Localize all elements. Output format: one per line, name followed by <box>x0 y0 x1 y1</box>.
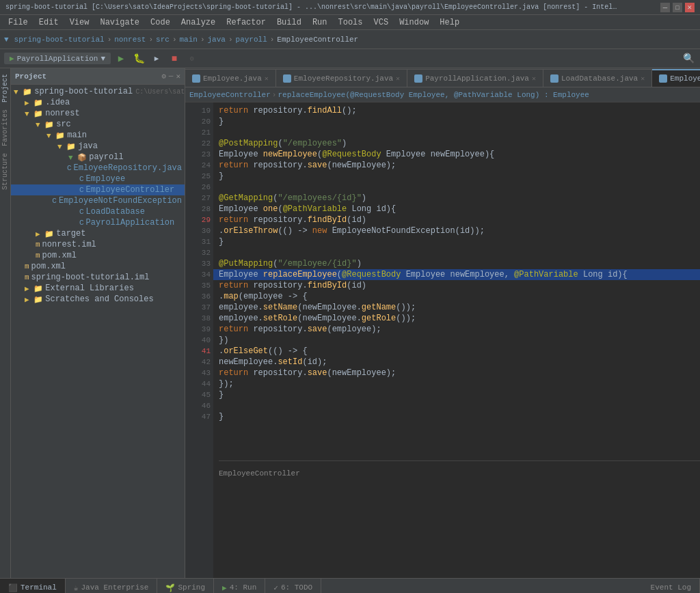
build-button[interactable]: ⚙ <box>185 51 200 66</box>
tree-idea[interactable]: ▶ 📁 .idea <box>11 97 185 108</box>
tree-emloyee-repo[interactable]: C EmloyeeRepository.java <box>11 163 185 174</box>
code-line-36: .map(employee -> { <box>219 291 700 302</box>
tab-employee-ctrl-label: EmployeeController.java <box>670 74 700 83</box>
bc-nonrest[interactable]: nonrest <box>114 36 146 44</box>
tab-close-load-db[interactable]: ✕ <box>641 74 645 83</box>
project-tree: ▼ 📁 spring-boot-tutorial C:\Users\sato\I… <box>11 85 185 578</box>
terminal-tab-label: Terminal <box>21 583 57 592</box>
expand-icon[interactable]: — <box>169 72 174 81</box>
bc-src[interactable]: src <box>156 36 170 44</box>
tab-load-db[interactable]: LoadDatabase.java ✕ <box>543 69 652 87</box>
class-icon: C <box>79 175 84 183</box>
tree-employee[interactable]: C Employee <box>11 174 185 184</box>
menu-item-help[interactable]: Help <box>434 16 465 29</box>
run-tab[interactable]: ▶ 4: Run <box>214 579 265 593</box>
menu-item-code[interactable]: Code <box>145 16 176 29</box>
menu-item-view[interactable]: View <box>64 16 95 29</box>
bc-employee-controller[interactable]: EmployeeController <box>277 36 358 44</box>
project-panel-icons: ⚙ — ✕ <box>161 72 180 81</box>
code-content[interactable]: return repository.findAll(); } @PostMapp… <box>213 102 700 578</box>
project-tab[interactable]: Project <box>0 71 10 105</box>
tab-payroll-app[interactable]: PayrollApplication.java ✕ <box>407 69 543 87</box>
ed-bc-method[interactable]: replaceEmployee(@RequestBody Employee, @… <box>278 91 589 99</box>
tree-spring-boot-iml[interactable]: m spring-boot-tutorial.iml <box>11 272 185 283</box>
run-config-icon: ▶ <box>10 54 14 63</box>
menu-item-build[interactable]: Build <box>271 16 307 29</box>
tree-pom-xml-sub[interactable]: m pom.xml <box>11 250 185 261</box>
stop-button[interactable]: ■ <box>167 51 182 66</box>
event-log-label: Event Log <box>651 583 691 592</box>
tree-external-libs[interactable]: ▶ 📁 External Libraries <box>11 283 185 294</box>
tree-employee-controller[interactable]: C EmployeeController <box>11 184 185 195</box>
xml-icon: m <box>25 262 29 271</box>
tab-employee-java[interactable]: Employee.java ✕ <box>185 69 276 87</box>
folder-icon: ▶ 📁 <box>36 230 54 238</box>
coverage-button[interactable]: ▶ <box>149 51 164 66</box>
run-button[interactable]: ▶ <box>113 51 129 66</box>
menu-bar: FileEditViewNavigateCodeAnalyzeRefactorB… <box>0 15 700 30</box>
close-panel-icon[interactable]: ✕ <box>176 72 180 81</box>
menu-item-file[interactable]: File <box>3 16 33 29</box>
menu-item-window[interactable]: Window <box>394 16 434 29</box>
spring-tab[interactable]: 🌱 Spring <box>157 579 214 593</box>
minimize-button[interactable]: ─ <box>660 3 670 12</box>
tree-employee-not-found[interactable]: C EmployeeNotFoundException <box>11 195 185 206</box>
gear-icon[interactable]: ⚙ <box>161 72 166 81</box>
code-line-22: @PostMapping("/employees") <box>219 138 700 149</box>
code-line-25: } <box>219 171 700 182</box>
java-enterprise-tab[interactable]: ☕ Java Enterprise <box>66 579 158 593</box>
tree-src[interactable]: ▼ 📁 src <box>11 119 185 130</box>
tree-target[interactable]: ▶ 📁 target <box>11 228 185 239</box>
debug-button[interactable]: 🐛 <box>131 51 146 66</box>
bc-spring-boot[interactable]: spring-boot-tutorial <box>14 36 105 44</box>
todo-tab[interactable]: ✓ 6: TODO <box>265 579 321 593</box>
terminal-tab[interactable]: ⬛ Terminal <box>0 579 66 593</box>
tab-close-emloyee-repo[interactable]: ✕ <box>396 74 400 83</box>
tab-employee-ctrl[interactable]: EmployeeController.java ✕ <box>652 69 700 87</box>
menu-item-vcs[interactable]: VCS <box>368 16 394 29</box>
bc-main[interactable]: main <box>180 36 198 44</box>
external-libs-label: External Libraries <box>45 284 134 293</box>
menu-item-edit[interactable]: Edit <box>33 16 64 29</box>
tab-emloyee-repo[interactable]: EmloyeeRepository.java ✕ <box>276 69 407 87</box>
tree-scratches[interactable]: ▶ 📁 Scratches and Consoles <box>11 294 185 305</box>
tab-close-payroll-app[interactable]: ✕ <box>532 74 536 83</box>
structure-tab[interactable]: Structure <box>0 150 10 193</box>
tree-nonrest-iml[interactable]: m nonrest.iml <box>11 239 185 250</box>
tree-root[interactable]: ▼ 📁 spring-boot-tutorial C:\Users\sato\I… <box>11 86 185 97</box>
target-label: target <box>56 229 85 238</box>
maximize-button[interactable]: □ <box>673 3 682 12</box>
ed-bc-controller[interactable]: EmployeeController <box>189 91 271 99</box>
favorites-tab[interactable]: Favorites <box>0 107 10 149</box>
class-icon: C <box>52 197 57 205</box>
code-line-24: return repository.save(newEmployee); <box>219 160 700 171</box>
menu-item-analyze[interactable]: Analyze <box>176 16 221 29</box>
tab-employee-label: Employee.java <box>203 74 262 83</box>
folder-expanded-icon: ▼ 📁 <box>25 109 43 118</box>
event-log-tab[interactable]: Event Log <box>643 579 700 593</box>
tree-nonrest[interactable]: ▼ 📁 nonrest <box>11 108 185 119</box>
run-config-selector[interactable]: ▶ PayrollApplication ▼ <box>4 53 111 64</box>
tree-payroll-app[interactable]: C PayrollApplication <box>11 217 185 228</box>
tree-pom-xml[interactable]: m pom.xml <box>11 261 185 272</box>
tab-close-employee[interactable]: ✕ <box>265 74 269 83</box>
menu-item-refactor[interactable]: Refactor <box>221 16 271 29</box>
bc-payroll[interactable]: payroll <box>236 36 267 44</box>
search-everywhere-button[interactable]: 🔍 <box>681 51 696 66</box>
tree-main[interactable]: ▼ 📁 main <box>11 130 185 141</box>
tree-payroll[interactable]: ▼ 📦 payroll <box>11 152 185 163</box>
code-line-37: employee.setName(newEmployee.getName()); <box>219 302 700 313</box>
code-editor[interactable]: 1920212223 2425262728 29303132 333435363… <box>185 102 700 578</box>
menu-item-tools[interactable]: Tools <box>333 16 368 29</box>
menu-item-run[interactable]: Run <box>307 16 333 29</box>
menu-item-navigate[interactable]: Navigate <box>94 16 145 29</box>
code-line-48 <box>219 422 700 433</box>
main-label: main <box>67 130 87 140</box>
toolbar-right: 🔍 <box>681 51 696 66</box>
tree-java[interactable]: ▼ 📁 java <box>11 141 185 152</box>
tree-load-database[interactable]: C LoadDatabase <box>11 206 185 217</box>
run-toolbar: ▶ PayrollApplication ▼ ▶ 🐛 ▶ ■ ⚙ 🔍 <box>0 49 700 68</box>
close-button[interactable]: ✕ <box>685 3 695 12</box>
bc-java[interactable]: java <box>208 36 226 44</box>
folder-icon: ▼ 📁 <box>36 120 54 129</box>
